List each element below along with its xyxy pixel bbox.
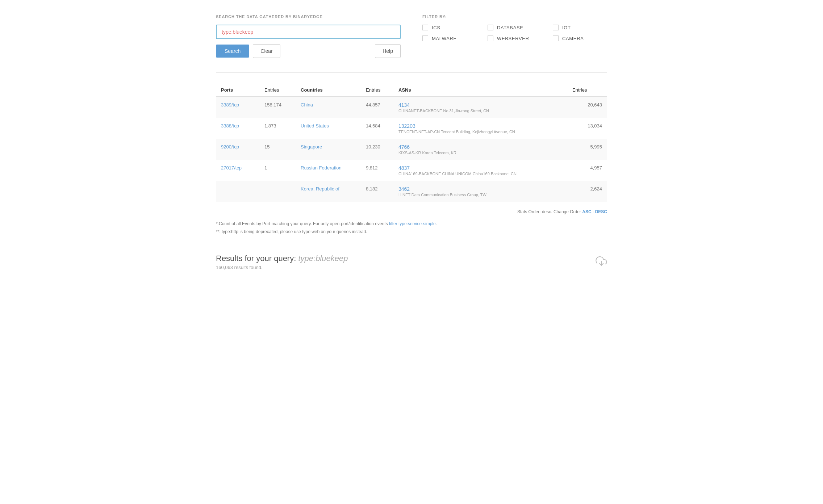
stats-order-text: Stats Order: desc. Change Order bbox=[517, 209, 582, 214]
cell-country-entries: 44,857 bbox=[361, 97, 393, 118]
results-query: type:bluekeep bbox=[298, 254, 348, 263]
clear-button[interactable]: Clear bbox=[253, 44, 280, 58]
filter-item-database: DATABASE bbox=[488, 25, 542, 30]
search-input[interactable] bbox=[216, 25, 401, 39]
asn-link[interactable]: 132203 bbox=[398, 123, 415, 129]
footnote-link[interactable]: filter type:service-simple bbox=[389, 221, 436, 226]
help-button[interactable]: Help bbox=[375, 44, 401, 58]
cell-port-entries: 1,873 bbox=[259, 118, 296, 139]
cell-asn: 132203 TENCENT-NET-AP-CN Tencent Buildin… bbox=[393, 118, 567, 139]
cell-asn: 4837 CHINA169-BACKBONE CHINA UNICOM Chin… bbox=[393, 160, 567, 181]
filter-item-malware: MALWARE bbox=[422, 35, 477, 41]
asn-link[interactable]: 4837 bbox=[398, 165, 410, 171]
asn-link[interactable]: 3462 bbox=[398, 186, 410, 192]
cell-country: China bbox=[296, 97, 361, 118]
section-divider bbox=[216, 72, 607, 73]
country-link[interactable]: United States bbox=[301, 123, 329, 129]
cell-country: Singapore bbox=[296, 139, 361, 160]
cell-country: Russian Federation bbox=[296, 160, 361, 181]
filter-label-iot: IOT bbox=[562, 25, 571, 30]
stats-order: Stats Order: desc. Change Order ASC : DE… bbox=[216, 209, 607, 214]
th-entries-asns: Entries bbox=[567, 84, 607, 97]
filter-label-camera: CAMERA bbox=[562, 36, 584, 41]
cell-port-entries: 15 bbox=[259, 139, 296, 160]
country-link[interactable]: China bbox=[301, 102, 313, 108]
table-row: 9200/tcp 15 Singapore 10,230 4766 KIXS-A… bbox=[216, 139, 607, 160]
filter-item-iot: IOT bbox=[553, 25, 607, 30]
filter-label-ics: ICS bbox=[432, 25, 440, 30]
cell-asn-entries: 5,995 bbox=[567, 139, 607, 160]
cell-port: 27017/tcp bbox=[216, 160, 259, 181]
th-ports: Ports bbox=[216, 84, 259, 97]
filter-item-ics: ICS bbox=[422, 25, 477, 30]
cell-country: United States bbox=[296, 118, 361, 139]
filter-label-malware: MALWARE bbox=[432, 36, 457, 41]
cell-country-entries: 9,812 bbox=[361, 160, 393, 181]
asn-desc: TENCENT-NET-AP-CN Tencent Building, Keji… bbox=[398, 130, 562, 134]
cell-country: Korea, Republic of bbox=[296, 181, 361, 202]
footnote-1: *:Count of all Events by Port matching y… bbox=[216, 220, 607, 228]
country-link[interactable]: Korea, Republic of bbox=[301, 186, 339, 192]
results-label-prefix: Results for your query: bbox=[216, 254, 298, 263]
table-row: 27017/tcp 1 Russian Federation 9,812 483… bbox=[216, 160, 607, 181]
stats-order-asc[interactable]: ASC bbox=[582, 209, 591, 214]
results-count: 160,063 results found. bbox=[216, 265, 348, 270]
port-link[interactable]: 3389/tcp bbox=[221, 102, 239, 108]
filter-grid: ICS DATABASE IOT MALWARE bbox=[422, 25, 607, 41]
results-section: Results for your query: type:bluekeep 16… bbox=[216, 250, 607, 270]
filter-checkbox-malware[interactable] bbox=[422, 35, 428, 41]
asn-desc: CHINANET-BACKBONE No.31,Jin-rong Street,… bbox=[398, 109, 562, 113]
cell-asn: 3462 HINET Data Communication Business G… bbox=[393, 181, 567, 202]
th-entries-countries: Entries bbox=[361, 84, 393, 97]
stats-order-separator: : bbox=[593, 209, 595, 214]
filter-item-webserver: WEBSERVER bbox=[488, 35, 542, 41]
cell-asn: 4766 KIXS-AS-KR Korea Telecom, KR bbox=[393, 139, 567, 160]
table-row: Korea, Republic of 8,182 3462 HINET Data… bbox=[216, 181, 607, 202]
filter-title: FILTER BY: bbox=[422, 14, 607, 19]
th-entries-ports: Entries bbox=[259, 84, 296, 97]
cell-port: 3388/tcp bbox=[216, 118, 259, 139]
stats-order-desc[interactable]: DESC bbox=[595, 209, 607, 214]
cell-country-entries: 8,182 bbox=[361, 181, 393, 202]
filter-checkbox-ics[interactable] bbox=[422, 25, 428, 30]
cell-port bbox=[216, 181, 259, 202]
asn-desc: CHINA169-BACKBONE CHINA UNICOM China169 … bbox=[398, 172, 562, 176]
country-link[interactable]: Singapore bbox=[301, 144, 322, 150]
filter-checkbox-database[interactable] bbox=[488, 25, 493, 30]
cell-country-entries: 10,230 bbox=[361, 139, 393, 160]
asn-link[interactable]: 4766 bbox=[398, 144, 410, 150]
asn-desc: KIXS-AS-KR Korea Telecom, KR bbox=[398, 151, 562, 155]
asn-link[interactable]: 4134 bbox=[398, 102, 410, 108]
filter-checkbox-camera[interactable] bbox=[553, 35, 559, 41]
cell-asn-entries: 20,643 bbox=[567, 97, 607, 118]
footnote-2: **: type:http is being deprecated, pleas… bbox=[216, 228, 607, 236]
cell-asn-entries: 4,957 bbox=[567, 160, 607, 181]
port-link[interactable]: 27017/tcp bbox=[221, 165, 242, 171]
port-link[interactable]: 9200/tcp bbox=[221, 144, 239, 150]
results-title: Results for your query: type:bluekeep bbox=[216, 254, 348, 263]
footnotes: *:Count of all Events by Port matching y… bbox=[216, 220, 607, 236]
cell-asn-entries: 2,624 bbox=[567, 181, 607, 202]
stats-table: Ports Entries Countries Entries ASNs Ent… bbox=[216, 84, 607, 202]
cell-port-entries: 158,174 bbox=[259, 97, 296, 118]
th-countries: Countries bbox=[296, 84, 361, 97]
cell-asn-entries: 13,034 bbox=[567, 118, 607, 139]
filter-label-database: DATABASE bbox=[497, 25, 523, 30]
filter-item-camera: CAMERA bbox=[553, 35, 607, 41]
cell-country-entries: 14,584 bbox=[361, 118, 393, 139]
filter-checkbox-iot[interactable] bbox=[553, 25, 559, 30]
country-link[interactable]: Russian Federation bbox=[301, 165, 342, 171]
th-asns: ASNs bbox=[393, 84, 567, 97]
cell-port-entries bbox=[259, 181, 296, 202]
port-link[interactable]: 3388/tcp bbox=[221, 123, 239, 129]
table-row: 3388/tcp 1,873 United States 14,584 1322… bbox=[216, 118, 607, 139]
filter-label-webserver: WEBSERVER bbox=[497, 36, 529, 41]
table-row: 3389/tcp 158,174 China 44,857 4134 CHINA… bbox=[216, 97, 607, 118]
download-icon[interactable] bbox=[596, 255, 607, 268]
asn-desc: HINET Data Communication Business Group,… bbox=[398, 193, 562, 197]
cell-port: 3389/tcp bbox=[216, 97, 259, 118]
cell-port-entries: 1 bbox=[259, 160, 296, 181]
search-button[interactable]: Search bbox=[216, 45, 249, 58]
search-title: SEARCH THE DATA GATHERED BY BINARYEDGE bbox=[216, 14, 401, 19]
filter-checkbox-webserver[interactable] bbox=[488, 35, 493, 41]
